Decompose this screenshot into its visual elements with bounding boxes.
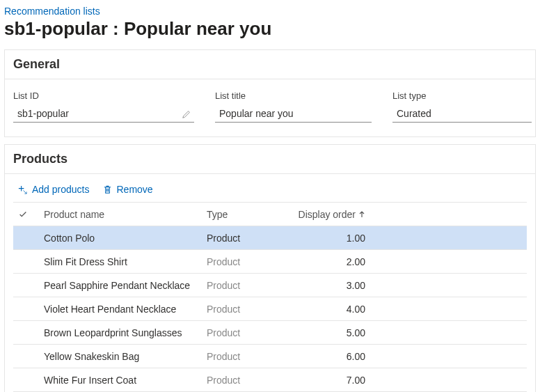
- cell-type: Product: [207, 280, 290, 291]
- products-cmd-bar: Add products Remove: [13, 177, 527, 202]
- sort-asc-icon: [358, 211, 365, 218]
- cell-display-order: 4.00: [290, 304, 374, 315]
- list-type-input[interactable]: [392, 105, 532, 123]
- add-products-button[interactable]: Add products: [17, 184, 90, 195]
- cell-product-name: Cotton Polo: [33, 233, 207, 244]
- pencil-icon: [182, 109, 191, 119]
- cell-display-order: 3.00: [290, 280, 374, 291]
- products-header: Products: [5, 145, 535, 174]
- list-title-label: List title: [215, 91, 372, 101]
- cell-display-order: 6.00: [290, 351, 374, 362]
- grid-header: Product name Type Display order: [13, 203, 527, 226]
- table-row[interactable]: Brown Leopardprint SunglassesProduct5.00: [13, 321, 527, 345]
- general-panel: General List ID List title List type: [4, 49, 536, 137]
- products-grid: Product name Type Display order Cotton P…: [13, 202, 527, 392]
- products-title: Products: [13, 152, 68, 166]
- list-id-input[interactable]: [13, 105, 194, 123]
- cell-type: Product: [207, 351, 290, 362]
- table-row[interactable]: Violet Heart Pendant NecklaceProduct4.00: [13, 297, 527, 321]
- add-products-label: Add products: [32, 184, 90, 195]
- cell-display-order: 1.00: [290, 233, 374, 244]
- cell-product-name: Yellow Snakeskin Bag: [33, 351, 207, 362]
- col-type[interactable]: Type: [207, 209, 290, 220]
- cell-type: Product: [207, 375, 290, 386]
- list-title-input[interactable]: [215, 105, 372, 123]
- table-row[interactable]: Slim Fit Dress ShirtProduct2.00: [13, 250, 527, 274]
- cell-type: Product: [207, 256, 290, 267]
- col-display-order-label: Display order: [299, 209, 356, 220]
- page-title: sb1-popular : Popular near you: [0, 17, 540, 49]
- trash-icon: [102, 185, 113, 195]
- cell-display-order: 2.00: [290, 256, 374, 267]
- col-product-name[interactable]: Product name: [33, 209, 207, 220]
- table-row[interactable]: White Fur Insert CoatProduct7.00: [13, 368, 527, 392]
- general-header: General: [5, 50, 535, 79]
- remove-button[interactable]: Remove: [102, 184, 153, 195]
- cell-type: Product: [207, 233, 290, 244]
- col-display-order[interactable]: Display order: [290, 209, 374, 220]
- general-fields: List ID List title List type: [13, 86, 527, 130]
- cell-product-name: Pearl Sapphire Pendant Necklace: [33, 280, 207, 291]
- general-title: General: [13, 57, 60, 71]
- cell-display-order: 7.00: [290, 375, 374, 386]
- list-type-label: List type: [392, 91, 532, 101]
- list-id-field: List ID: [13, 91, 194, 123]
- cell-type: Product: [207, 327, 290, 338]
- add-icon: [17, 185, 28, 195]
- breadcrumb-link[interactable]: Recommendation lists: [4, 6, 100, 17]
- cell-display-order: 5.00: [290, 327, 374, 338]
- cell-product-name: Brown Leopardprint Sunglasses: [33, 327, 207, 338]
- products-panel: Products Add products Remove Product nam…: [4, 144, 536, 392]
- breadcrumb: Recommendation lists: [0, 0, 540, 17]
- remove-label: Remove: [117, 184, 153, 195]
- cell-type: Product: [207, 304, 290, 315]
- table-row[interactable]: Yellow Snakeskin BagProduct6.00: [13, 345, 527, 368]
- cell-product-name: Slim Fit Dress Shirt: [33, 256, 207, 267]
- list-title-field: List title: [215, 91, 372, 123]
- table-row[interactable]: Pearl Sapphire Pendant NecklaceProduct3.…: [13, 274, 527, 297]
- list-type-field: List type: [392, 91, 532, 123]
- select-all-column[interactable]: [13, 210, 33, 219]
- checkmark-icon: [18, 210, 28, 219]
- table-row[interactable]: Cotton PoloProduct1.00: [13, 226, 527, 250]
- cell-product-name: Violet Heart Pendant Necklace: [33, 304, 207, 315]
- list-id-label: List ID: [13, 91, 194, 101]
- cell-product-name: White Fur Insert Coat: [33, 375, 207, 386]
